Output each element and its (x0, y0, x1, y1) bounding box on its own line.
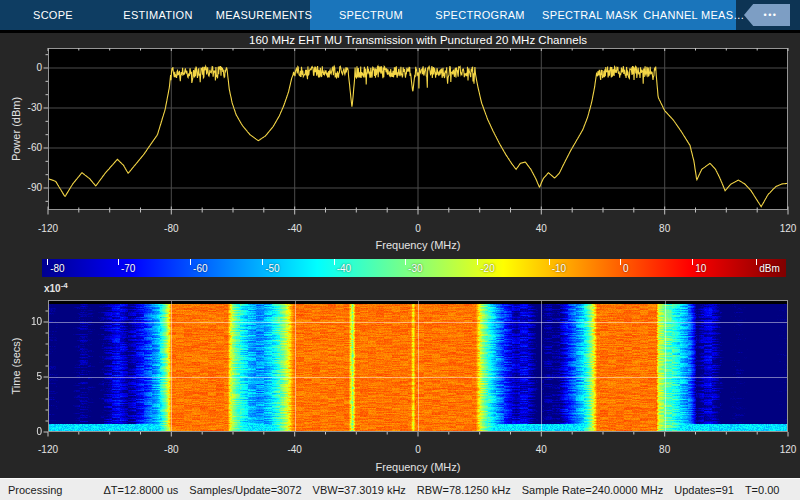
spectrogram-y-tick-label: 10 (12, 316, 42, 328)
spectrogram-x-tick-label: 120 (780, 444, 797, 456)
tab-channel-meas[interactable]: CHANNEL MEAS… (643, 0, 744, 30)
colorbar: -80 -70 -60 -50 -40 -30 -20 -10 0 10 dBm (42, 259, 786, 277)
spectrum-x-tick-label: -80 (164, 223, 178, 235)
spectrum-analyzer-window: SCOPE ESTIMATION MEASUREMENTS SPECTRUM S… (0, 0, 800, 500)
status-item-updates: Updates=91 (674, 484, 734, 496)
spectrum-plot (48, 48, 788, 210)
colorbar-label: -70 (118, 263, 135, 275)
status-item-delta-t: ΔT=12.8000 us (103, 484, 178, 496)
spectrum-x-tick-label: 0 (415, 223, 421, 235)
tab-spectral-mask[interactable]: SPECTRAL MASK (542, 0, 638, 30)
colorbar-label: -10 (549, 263, 566, 275)
status-item-samples: Samples/Update=3072 (189, 484, 301, 496)
toolbar: SCOPE ESTIMATION MEASUREMENTS SPECTRUM S… (0, 0, 800, 30)
spectrogram-axes (48, 300, 788, 432)
spectrogram-x-tick-label: 0 (415, 444, 421, 456)
spectrum-y-tick-label: -90 (12, 182, 42, 194)
toolbar-overflow-button[interactable]: ••• (744, 4, 790, 26)
spectrum-x-tick-label: 40 (536, 223, 547, 235)
spectrum-y-tick-label: -30 (12, 102, 42, 114)
spectrogram-x-tick-label: -40 (287, 444, 301, 456)
status-item-time: T=0.00 (745, 484, 780, 496)
colorbar-label: -60 (190, 263, 207, 275)
frequency-axis-label-spectrogram: Frequency (MHz) (48, 461, 788, 473)
spectrogram-y-tick-label: 5 (12, 371, 42, 383)
status-item-vbw: VBW=37.3019 kHz (313, 484, 406, 496)
status-bar: Processing ΔT=12.8000 us Samples/Update=… (0, 478, 800, 500)
ellipsis-icon: ••• (764, 11, 778, 20)
spectrogram-x-tick-label: -120 (38, 444, 58, 456)
spectrogram-x-tick-label: 80 (659, 444, 670, 456)
colorbar-label: -30 (405, 263, 422, 275)
scope-figure: 160 MHz EHT MU Transmission with Punctur… (0, 33, 800, 478)
colorbar-label: -80 (47, 263, 64, 275)
spectrogram-x-tick-label: -80 (164, 444, 178, 456)
colorbar-label: -40 (334, 263, 351, 275)
tab-estimation[interactable]: ESTIMATION (123, 0, 192, 30)
spectrum-x-tick-label: -40 (287, 223, 301, 235)
spectrogram-x-tick-label: 40 (536, 444, 547, 456)
time-axis-label: Time (secs) (10, 337, 22, 394)
frequency-axis-label-spectrum: Frequency (MHz) (48, 239, 788, 251)
spectrum-x-tick-label: -120 (38, 223, 58, 235)
status-item-rbw: RBW=78.1250 kHz (417, 484, 511, 496)
tab-measurements[interactable]: MEASUREMENTS (216, 0, 313, 30)
colorbar-label: -50 (262, 263, 279, 275)
tab-scope[interactable]: SCOPE (33, 0, 73, 30)
spectrum-x-tick-label: 80 (659, 223, 670, 235)
status-state: Processing (8, 484, 62, 496)
tab-spectrum[interactable]: SPECTRUM (339, 0, 403, 30)
colorbar-label: -20 (477, 263, 494, 275)
colorbar-label: 0 (620, 263, 629, 275)
status-item-sample-rate: Sample Rate=240.0000 MHz (522, 484, 664, 496)
time-axis-exponent-label: x10-4 (44, 281, 68, 294)
colorbar-unit: dBm (756, 263, 780, 275)
spectrum-y-tick-label: -60 (12, 142, 42, 154)
spectrum-title: 160 MHz EHT MU Transmission with Punctur… (48, 34, 788, 46)
spectrogram-y-tick-label: 0 (12, 426, 42, 438)
spectrum-y-tick-label: 0 (12, 62, 42, 74)
tab-spectrogram[interactable]: SPECTROGRAM (435, 0, 524, 30)
spectrum-x-tick-label: 120 (780, 223, 797, 235)
colorbar-label: 10 (692, 263, 706, 275)
